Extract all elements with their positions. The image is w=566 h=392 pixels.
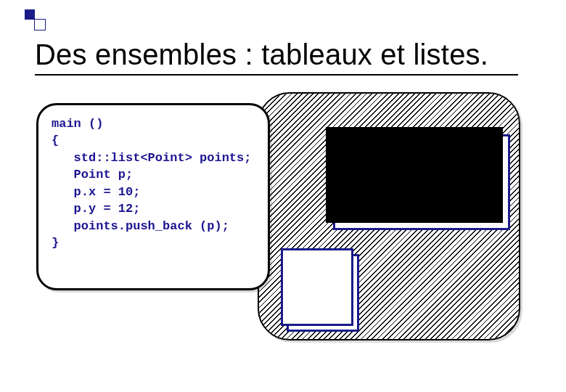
code-line: points.push_back (p); <box>52 218 255 234</box>
code-line: std::list<Point> points; <box>52 150 255 166</box>
title-underline <box>35 74 518 75</box>
code-line: { <box>52 132 255 149</box>
slide-bullet-icon <box>25 9 35 20</box>
node-card-bottom <box>281 248 353 326</box>
code-line: p.x = 10; <box>52 184 255 200</box>
node-front <box>281 248 353 326</box>
diagram-container <box>258 92 520 340</box>
code-line: Point p; <box>52 166 255 183</box>
black-group-box <box>326 127 503 223</box>
group-front-card <box>326 127 503 223</box>
code-panel: main () { std::list<Point> points; Point… <box>36 103 270 290</box>
code-line: main () <box>52 115 255 132</box>
code-line: p.y = 12; <box>52 200 255 217</box>
code-line: } <box>52 234 255 251</box>
slide-title: Des ensembles : tableaux et listes. <box>35 38 488 71</box>
